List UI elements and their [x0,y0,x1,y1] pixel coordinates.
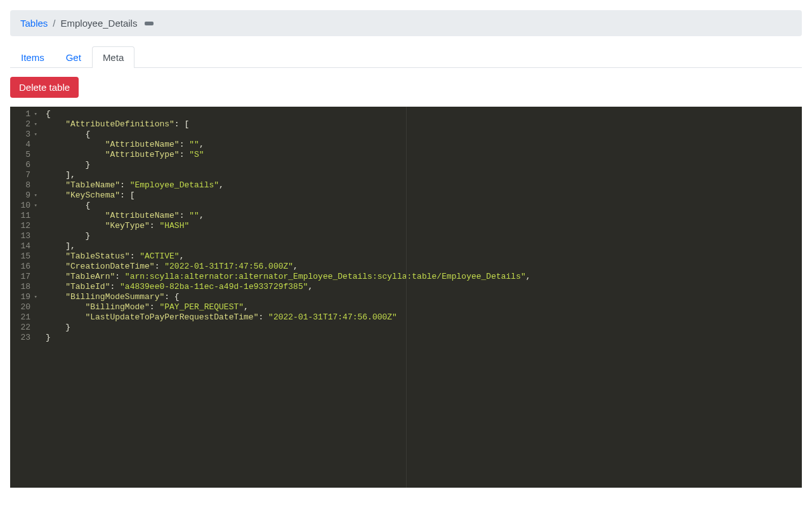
tab-meta[interactable]: Meta [92,46,134,68]
edit-name-icon[interactable] [145,22,154,25]
editor-code[interactable]: { "AttributeDefinitions": [ { "Attribute… [41,107,802,488]
breadcrumb-root-link[interactable]: Tables [20,18,48,29]
editor-split-line [406,107,407,488]
editor-gutter: 1234567891011121314151617181920212223 [10,107,41,488]
breadcrumb: Tables / Employee_Details [10,10,802,36]
tab-bar: Items Get Meta [10,46,802,68]
json-editor[interactable]: 1234567891011121314151617181920212223 { … [10,107,802,488]
tab-items[interactable]: Items [10,46,55,68]
tab-get[interactable]: Get [55,46,92,68]
delete-table-button[interactable]: Delete table [10,77,79,98]
breadcrumb-current: Employee_Details [61,18,138,29]
toolbar: Delete table [8,68,804,107]
breadcrumb-separator: / [53,18,55,29]
